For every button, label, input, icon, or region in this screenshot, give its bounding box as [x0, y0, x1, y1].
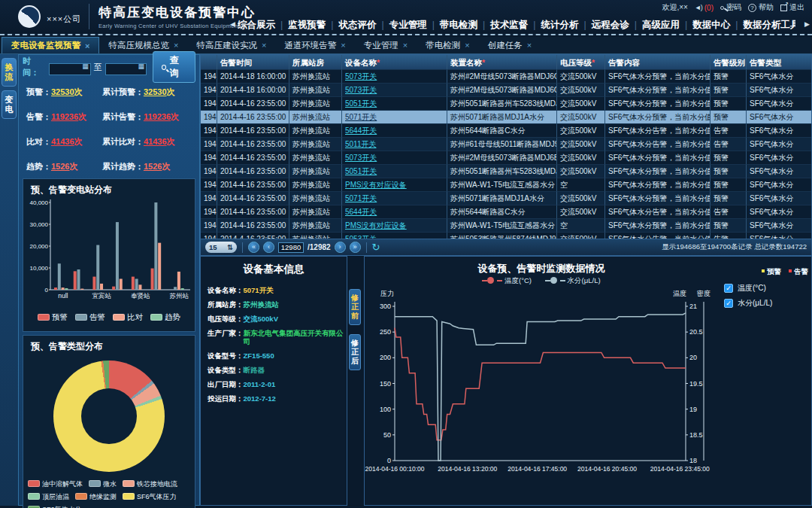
station-chart-title: 预、告警变电站分布	[23, 179, 195, 196]
correction-button-rail: 修 正 前修 正 后	[347, 256, 362, 506]
col-header: 告警级别	[710, 55, 747, 70]
nav-item[interactable]: 状态评价	[339, 19, 377, 32]
device-link[interactable]: 5011开关	[345, 140, 377, 148]
svg-text:150: 150	[380, 380, 391, 388]
tab-close-icon[interactable]: ×	[262, 41, 266, 50]
svg-text:0: 0	[45, 287, 49, 294]
svg-text:2014-04-16 13:20:00: 2014-04-16 13:20:00	[438, 465, 497, 473]
legend-item-微水: 微水	[89, 479, 117, 489]
button-修正前[interactable]: 修 正 前	[349, 289, 361, 325]
tab-label: 通道环境告警	[284, 40, 336, 51]
device-link[interactable]: 5644开关	[345, 208, 377, 216]
legend-item-绝缘监测: 绝缘监测	[75, 492, 117, 502]
table-row[interactable]: 1942014-4-16 23:55:00苏州换流站5644开关苏州5644断路…	[201, 124, 811, 138]
table-row[interactable]: 1942014-4-18 16:00:00苏州换流站5073开关苏州#2M母线5…	[201, 84, 811, 97]
device-link[interactable]: PMS没有对应设备	[345, 181, 407, 189]
calendar-icon[interactable]: ▦	[137, 62, 146, 71]
type-chart-panel: 预、告警类型分布 油中溶解气体微水铁芯接地电流顶层油温绝缘监测SF6气体压力SF…	[23, 335, 195, 508]
series-toggle[interactable]: ✓温度(°C)	[714, 283, 808, 294]
nav-item[interactable]: 带电检测	[440, 19, 477, 32]
device-info-label: 出厂日期：	[208, 380, 244, 388]
tab-label: 创建任务	[488, 40, 523, 51]
side-tab-变电[interactable]: 变 电	[2, 90, 17, 119]
nav-item[interactable]: 综合展示	[238, 19, 275, 32]
refresh-icon[interactable]: ↻	[372, 242, 380, 253]
last-page-button[interactable]: »	[350, 242, 361, 253]
nav-item[interactable]: 数据中心	[692, 19, 730, 32]
svg-text:null: null	[58, 292, 68, 300]
svg-text:温度: 温度	[673, 290, 686, 297]
button-修正后[interactable]: 修 正 后	[349, 334, 361, 370]
page-number-input[interactable]	[278, 242, 304, 253]
tab-close-icon[interactable]: ×	[174, 41, 178, 50]
nav-item[interactable]: 数据分析工具	[744, 19, 796, 32]
nav-item[interactable]: 高级应用	[642, 19, 680, 32]
device-info-label: 设备型号：	[208, 351, 244, 360]
stat-total-item: 累计趋势：1526次	[102, 161, 193, 172]
nav-item[interactable]: 专业管理	[389, 19, 427, 32]
prev-page-button[interactable]: ‹	[263, 242, 274, 253]
nav-scroll-right-icon[interactable]: ▶	[804, 20, 810, 28]
checkbox-icon[interactable]: ✓	[724, 284, 733, 293]
device-link[interactable]: 5073开关	[345, 86, 377, 94]
table-row[interactable]: 1942014-4-16 23:55:00苏州换流站5073开关苏州#2M母线5…	[201, 151, 811, 165]
tab-close-icon[interactable]: ×	[403, 41, 408, 50]
tab-close-icon[interactable]: ×	[341, 41, 345, 50]
table-row[interactable]: 1942014-4-16 23:55:00苏州换流站PMS没有对应设备苏州WA-…	[201, 219, 811, 233]
calendar-icon[interactable]: ▦	[81, 62, 90, 71]
nav-scroll-left-icon[interactable]: ◀	[230, 20, 235, 28]
device-link[interactable]: 5073开关	[345, 154, 377, 162]
table-row[interactable]: 1942014-4-16 23:55:00苏州换流站5053开关苏州5053断路…	[201, 233, 811, 239]
device-link[interactable]: 5071开关	[345, 194, 377, 202]
tab-通道环境告警[interactable]: 通道环境告警×	[275, 37, 354, 53]
series-toggle[interactable]: ✓水分(μL/L)	[714, 298, 808, 309]
table-row[interactable]: 1942014-4-16 23:55:00苏州换流站5051开关苏州5051断路…	[201, 165, 811, 178]
nav-item[interactable]: 远程会诊	[592, 19, 629, 32]
device-link[interactable]: 5644开关	[345, 126, 377, 135]
password-button[interactable]: 密码	[720, 2, 741, 13]
sound-indicator[interactable]: ◄) (0)	[695, 4, 714, 12]
tab-带电检测[interactable]: 带电检测×	[417, 37, 478, 53]
nav-item[interactable]: 技术监督	[490, 19, 528, 32]
table-row[interactable]: 1942014-4-16 23:55:00苏州换流站5051开关苏州5051断路…	[201, 97, 811, 111]
table-row[interactable]: 1942014-4-16 23:55:00苏州换流站5071开关苏州5071断路…	[201, 192, 811, 205]
page-size-select[interactable]: 15⇅	[205, 242, 237, 253]
tab-close-icon[interactable]: ×	[85, 41, 89, 50]
first-page-button[interactable]: «	[248, 242, 259, 253]
stat-total-item: 累计预警：32530次	[102, 87, 193, 98]
logout-button[interactable]: 退出	[780, 2, 804, 13]
tab-特高压建设实况[interactable]: 特高压建设实况×	[187, 37, 275, 53]
svg-text:2014-04-16 23:45:00: 2014-04-16 23:45:00	[650, 465, 710, 473]
legend-swatch	[123, 493, 135, 500]
table-row[interactable]: 1942014-4-18 16:00:00苏州换流站5073开关苏州#2M母线5…	[201, 70, 811, 84]
pagination-bar: 15⇅ « ‹ /12982 › » ↻ 显示194686至194700条记录 …	[200, 239, 812, 256]
device-link[interactable]: 5073开关	[345, 72, 377, 81]
tab-close-icon[interactable]: ×	[465, 41, 469, 50]
tab-变电设备监视预警[interactable]: 变电设备监视预警×	[2, 37, 99, 53]
device-link[interactable]: PMS没有对应设备	[345, 221, 407, 230]
search-button[interactable]: 查询	[153, 51, 195, 83]
table-row[interactable]: 1942014-4-16 23:55:00苏州换流站5644开关苏州5644断路…	[201, 205, 811, 219]
tab-close-icon[interactable]: ×	[527, 41, 532, 50]
checkbox-icon[interactable]: ✓	[724, 299, 733, 308]
svg-text:0: 0	[387, 457, 391, 464]
tab-专业管理[interactable]: 专业管理×	[355, 37, 417, 53]
device-link[interactable]: 5071开关	[345, 113, 377, 121]
next-page-button[interactable]: ›	[335, 242, 346, 253]
table-row[interactable]: 1942014-4-16 23:55:00苏州换流站5011开关苏州#61母母线…	[201, 138, 811, 151]
svg-text:300: 300	[380, 303, 391, 310]
nav-item[interactable]: 监视预警	[288, 19, 326, 32]
help-button[interactable]: ? 帮助	[748, 2, 774, 13]
bottom-section: 设备基本信息 设备名称：5071开关所属站房：苏州换流站电压等级：交流500kV…	[200, 256, 812, 506]
device-link[interactable]: 5051开关	[345, 99, 377, 108]
svg-text:19: 19	[689, 406, 697, 413]
stat-total-value: 41436	[144, 137, 167, 146]
level-dot	[762, 269, 765, 272]
table-row[interactable]: 1942014-4-16 23:55:00苏州换流站PMS没有对应设备苏州WA-…	[201, 178, 811, 192]
stat-total-item: 累计比对：41436次	[102, 136, 193, 148]
table-row[interactable]: 1942014-4-16 23:55:00苏州换流站5071开关苏州5071断路…	[201, 111, 811, 124]
tab-创建任务[interactable]: 创建任务×	[479, 37, 541, 53]
nav-item[interactable]: 统计分析	[541, 19, 579, 32]
side-tab-换流[interactable]: 换 流	[2, 58, 17, 87]
device-link[interactable]: 5051开关	[345, 167, 377, 175]
